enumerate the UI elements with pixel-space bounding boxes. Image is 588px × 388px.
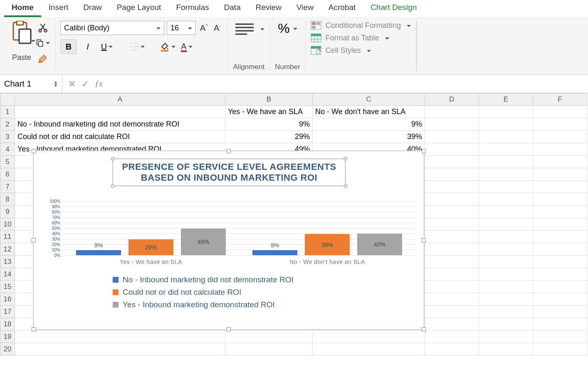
cell-E10[interactable] bbox=[479, 218, 533, 231]
cell-D5[interactable] bbox=[425, 156, 479, 168]
cell-F5[interactable] bbox=[533, 156, 587, 168]
row-header-14[interactable]: 14 bbox=[0, 268, 15, 281]
italic-button[interactable]: I bbox=[79, 39, 96, 54]
column-header-E[interactable]: E bbox=[479, 93, 533, 106]
fill-color-button[interactable] bbox=[159, 39, 176, 54]
chart-bar[interactable]: 40% bbox=[357, 234, 402, 255]
cell-B19[interactable] bbox=[225, 331, 313, 343]
cell-E14[interactable] bbox=[479, 268, 533, 281]
cell-F9[interactable] bbox=[533, 206, 587, 218]
cell-C2[interactable]: 9% bbox=[313, 118, 425, 131]
cell-F11[interactable] bbox=[533, 231, 587, 243]
cell-E7[interactable] bbox=[479, 181, 533, 193]
row-header-19[interactable]: 19 bbox=[0, 331, 15, 343]
cell-D15[interactable] bbox=[425, 281, 479, 293]
cell-D1[interactable] bbox=[425, 106, 479, 118]
cell-A1[interactable] bbox=[15, 106, 225, 118]
cell-C20[interactable] bbox=[313, 343, 425, 356]
column-header-B[interactable]: B bbox=[225, 93, 313, 106]
tab-formulas[interactable]: Formulas bbox=[168, 0, 216, 17]
cell-B3[interactable]: 29% bbox=[225, 131, 313, 143]
cell-D20[interactable] bbox=[425, 343, 479, 356]
tab-review[interactable]: Review bbox=[248, 0, 289, 17]
format-painter-button[interactable] bbox=[36, 52, 50, 65]
increase-font-button[interactable]: A^ bbox=[198, 23, 210, 33]
row-header-9[interactable]: 9 bbox=[0, 206, 15, 218]
cell-B2[interactable]: 9% bbox=[225, 118, 313, 131]
cell-A19[interactable] bbox=[15, 331, 225, 343]
cell-B20[interactable] bbox=[225, 343, 313, 356]
resize-handle[interactable] bbox=[422, 149, 426, 153]
paste-button[interactable]: Paste bbox=[11, 21, 32, 62]
embedded-chart[interactable]: PRESENCE OF SERVICE LEVEL AGREEMENTS BAS… bbox=[33, 151, 424, 330]
resize-handle[interactable] bbox=[227, 149, 231, 153]
chart-bar[interactable]: 9% bbox=[76, 250, 121, 255]
cell-C19[interactable] bbox=[313, 331, 425, 343]
tab-page-layout[interactable]: Page Layout bbox=[109, 0, 169, 17]
cell-D7[interactable] bbox=[425, 181, 479, 193]
cell-C3[interactable]: 39% bbox=[313, 131, 425, 143]
tab-acrobat[interactable]: Acrobat bbox=[321, 0, 363, 17]
row-header-17[interactable]: 17 bbox=[0, 306, 15, 318]
cell-E16[interactable] bbox=[479, 293, 533, 306]
cell-E5[interactable] bbox=[479, 156, 533, 168]
cell-E11[interactable] bbox=[479, 231, 533, 243]
cell-D19[interactable] bbox=[425, 331, 479, 343]
cancel-formula-button[interactable]: ✕ bbox=[68, 79, 76, 90]
cell-C1[interactable]: No - We don't have an SLA bbox=[313, 106, 425, 118]
cell-F20[interactable] bbox=[533, 343, 587, 356]
cell-F17[interactable] bbox=[533, 306, 587, 318]
chart-title[interactable]: PRESENCE OF SERVICE LEVEL AGREEMENTS BAS… bbox=[113, 159, 346, 186]
cell-D8[interactable] bbox=[425, 193, 479, 206]
cell-E17[interactable] bbox=[479, 306, 533, 318]
chart-legend[interactable]: No - Inbound marketing did not demonstra… bbox=[113, 272, 374, 313]
chart-bar[interactable]: 9% bbox=[252, 250, 297, 255]
row-header-6[interactable]: 6 bbox=[0, 168, 15, 181]
bold-button[interactable]: B bbox=[60, 39, 77, 54]
underline-button[interactable]: U bbox=[99, 39, 115, 54]
cell-E15[interactable] bbox=[479, 281, 533, 293]
column-header-C[interactable]: C bbox=[313, 93, 425, 106]
cell-F18[interactable] bbox=[533, 318, 587, 331]
chart-bar[interactable]: 29% bbox=[128, 239, 173, 255]
cell-D9[interactable] bbox=[425, 206, 479, 218]
number-format-button[interactable]: % bbox=[278, 21, 297, 36]
resize-handle[interactable] bbox=[227, 327, 231, 331]
cell-D10[interactable] bbox=[425, 218, 479, 231]
tab-home[interactable]: Home bbox=[4, 0, 41, 17]
resize-handle[interactable] bbox=[32, 327, 36, 331]
cell-F10[interactable] bbox=[533, 218, 587, 231]
select-all-corner[interactable] bbox=[0, 93, 15, 106]
cell-A3[interactable]: Could not or did not calculate ROI bbox=[15, 131, 225, 143]
cell-F12[interactable] bbox=[533, 243, 587, 256]
row-header-4[interactable]: 4 bbox=[0, 143, 15, 156]
cell-F19[interactable] bbox=[533, 331, 587, 343]
decrease-font-button[interactable]: Aˇ bbox=[212, 23, 222, 33]
tab-draw[interactable]: Draw bbox=[76, 0, 109, 17]
row-header-18[interactable]: 18 bbox=[0, 318, 15, 331]
row-header-1[interactable]: 1 bbox=[0, 106, 15, 118]
enter-formula-button[interactable]: ✓ bbox=[82, 79, 89, 90]
resize-handle[interactable] bbox=[422, 327, 426, 331]
row-header-16[interactable]: 16 bbox=[0, 293, 15, 306]
cell-D16[interactable] bbox=[425, 293, 479, 306]
column-header-D[interactable]: D bbox=[425, 93, 479, 106]
cell-D18[interactable] bbox=[425, 318, 479, 331]
tab-insert[interactable]: Insert bbox=[41, 0, 76, 17]
tab-chart-design[interactable]: Chart Design bbox=[363, 0, 424, 17]
format-as-table-button[interactable]: Format as Table bbox=[311, 33, 411, 42]
column-header-A[interactable]: A bbox=[15, 93, 225, 106]
legend-item[interactable]: Could not or did not calculate ROI bbox=[113, 288, 374, 297]
cell-F14[interactable] bbox=[533, 268, 587, 281]
chart-bar[interactable]: 39% bbox=[305, 234, 350, 255]
row-header-13[interactable]: 13 bbox=[0, 256, 15, 268]
cell-E3[interactable] bbox=[479, 131, 533, 143]
cell-D13[interactable] bbox=[425, 256, 479, 268]
cell-D14[interactable] bbox=[425, 268, 479, 281]
cell-D12[interactable] bbox=[425, 243, 479, 256]
row-header-3[interactable]: 3 bbox=[0, 131, 15, 143]
cell-F7[interactable] bbox=[533, 181, 587, 193]
cell-F1[interactable] bbox=[533, 106, 587, 118]
legend-item[interactable]: Yes - Inbound marketing demonstrated ROI bbox=[113, 300, 374, 309]
cell-styles-button[interactable]: Cell Styles bbox=[311, 46, 411, 55]
